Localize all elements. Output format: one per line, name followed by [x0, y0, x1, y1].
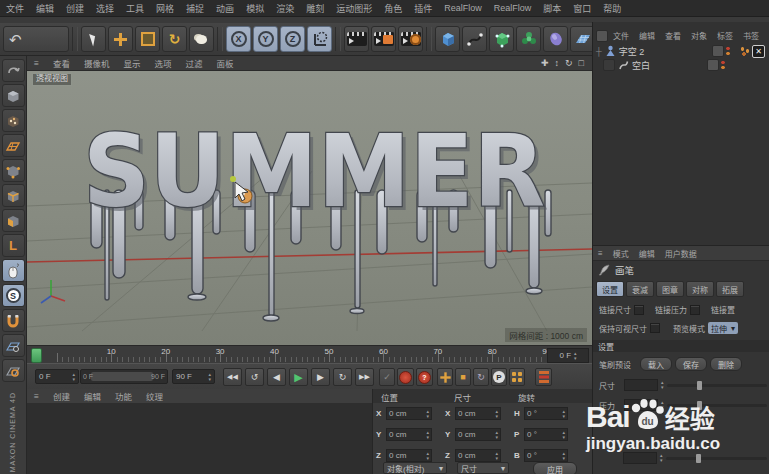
key-rotation-toggle[interactable]: ↻ — [473, 368, 489, 386]
mat-menu-item[interactable]: 纹理 — [139, 390, 170, 402]
key-pla-toggle[interactable] — [509, 368, 525, 386]
rotate-tool[interactable]: ↻ — [162, 26, 187, 52]
timeline-mode-button[interactable] — [535, 368, 552, 386]
rotation-field[interactable]: 0 °▴▾ — [524, 449, 568, 462]
menu-item[interactable]: 网格 — [150, 2, 180, 15]
keep-visual-size-checkbox[interactable] — [650, 323, 660, 333]
undo-button[interactable]: ↶ — [3, 26, 69, 52]
vp-menu-item[interactable]: 显示 — [117, 57, 148, 69]
scale-tool[interactable] — [135, 26, 160, 52]
size-slider[interactable] — [667, 384, 767, 387]
current-frame-box[interactable]: 0 F ▴▾ — [547, 348, 589, 363]
om-menu-item[interactable]: 对象 — [686, 30, 712, 41]
vp-menu-item[interactable]: 查看 — [46, 57, 77, 69]
menu-item[interactable]: 插件 — [408, 2, 438, 15]
workplane-lock-button[interactable] — [2, 334, 25, 357]
perspective-viewport[interactable]: SUMMER SUMMER ≡ 查看 摄像机 显示 选项 过滤 面板 ✚ — [27, 56, 592, 345]
go-to-start-button[interactable]: ◀◀ — [223, 368, 242, 386]
frame-stepper[interactable]: ▴▾ — [574, 351, 577, 361]
link-pressure-checkbox[interactable] — [690, 305, 700, 315]
menu-item[interactable]: 动画 — [210, 2, 240, 15]
menu-item[interactable]: 模拟 — [240, 2, 270, 15]
om-menu-item[interactable]: 标签 — [712, 30, 738, 41]
end-frame-field[interactable]: 90 F▴▾ — [172, 369, 215, 384]
size-field[interactable]: 0 cm▴▾ — [455, 449, 501, 462]
add-mograph-button[interactable] — [516, 26, 541, 52]
snap-magnet-button[interactable] — [2, 309, 25, 332]
menu-item[interactable]: 雕刻 — [300, 2, 330, 15]
record-keyframe-button[interactable] — [397, 368, 414, 386]
lock-z-axis-button[interactable]: Z — [280, 26, 305, 52]
enable-dots[interactable] — [726, 46, 730, 56]
link-size-checkbox[interactable] — [634, 305, 644, 315]
om-menu-item[interactable]: 查看 — [660, 30, 686, 41]
pressure-field[interactable] — [624, 399, 658, 411]
position-field[interactable]: 0 cm▴▾ — [386, 428, 432, 441]
lock-x-axis-button[interactable]: X — [226, 26, 251, 52]
lock-y-axis-button[interactable]: Y — [253, 26, 278, 52]
autokey-toggle[interactable]: ✓ — [379, 368, 395, 386]
attribute-tab[interactable]: 对称 — [686, 281, 714, 297]
rotation-field[interactable]: 0 °▴▾ — [524, 428, 568, 441]
key-position-toggle[interactable] — [437, 368, 453, 386]
preset-delete-button[interactable]: 删除 — [710, 357, 742, 371]
attr-menu-item[interactable]: 模式 — [608, 248, 634, 259]
attr-menu-item[interactable]: 编辑 — [634, 248, 660, 259]
extra-field[interactable] — [623, 452, 657, 464]
enable-axis-button[interactable]: L — [2, 234, 25, 257]
timeline-playhead[interactable] — [31, 348, 42, 363]
om-menu-item[interactable]: 编辑 — [634, 30, 660, 41]
attr-menu-item[interactable]: 用户数据 — [660, 248, 702, 259]
menu-item[interactable]: RealFlow — [438, 3, 488, 13]
last-used-tool[interactable] — [189, 26, 214, 52]
move-tool[interactable] — [108, 26, 133, 52]
menu-item[interactable]: 角色 — [378, 2, 408, 15]
menu-item[interactable]: 渲染 — [270, 2, 300, 15]
menu-item[interactable]: 窗口 — [567, 2, 597, 15]
enable-dots[interactable] — [721, 60, 725, 70]
maximize-icon[interactable]: □ — [579, 58, 584, 68]
vp-menu-item[interactable]: 过滤 — [179, 57, 210, 69]
range-bar[interactable] — [91, 372, 153, 381]
hamburger-icon[interactable]: ≡ — [27, 391, 46, 401]
om-menu-item[interactable]: 文件 — [608, 30, 634, 41]
apply-button[interactable]: 应用 — [533, 462, 577, 474]
key-scale-toggle[interactable]: ■ — [455, 368, 471, 386]
mat-menu-item[interactable]: 功能 — [108, 390, 139, 402]
keyframe-selection-button[interactable]: ? — [416, 368, 433, 386]
attribute-tab[interactable]: 衰减 — [626, 281, 654, 297]
snap-settings-button[interactable]: S — [2, 284, 25, 307]
frame-range-slider[interactable]: 0 F 90 F — [80, 369, 168, 384]
material-list-area[interactable] — [27, 403, 372, 474]
preset-load-button[interactable]: 载入 — [640, 357, 672, 371]
live-selection-tool[interactable] — [81, 26, 106, 52]
visibility-toggle[interactable] — [712, 45, 724, 57]
preview-mode-select[interactable]: 拉伸▾ — [708, 322, 738, 334]
model-mode-button[interactable] — [2, 84, 25, 107]
size-field[interactable]: 0 cm▴▾ — [455, 407, 501, 420]
dolly-icon[interactable]: ↕ — [555, 58, 560, 68]
start-frame-field[interactable]: 0 F▴▾ — [35, 369, 79, 384]
viewport-solo-button[interactable] — [2, 259, 25, 282]
render-picture-viewer-button[interactable] — [371, 26, 396, 52]
menu-item[interactable]: 文件 — [0, 2, 30, 15]
coord-size-select[interactable]: 尺寸▾ — [457, 462, 509, 474]
attribute-tab[interactable]: 设置 — [596, 281, 624, 297]
position-field[interactable]: 0 cm▴▾ — [386, 449, 432, 462]
hamburger-icon[interactable]: ≡ — [593, 249, 608, 258]
select-box[interactable] — [603, 59, 615, 71]
object-row[interactable]: ┼ 字空 2 ✕ — [593, 44, 769, 58]
orbit-icon[interactable]: ↻ — [565, 58, 573, 68]
menu-item[interactable]: 创建 — [60, 2, 90, 15]
object-row[interactable]: 空白 — [593, 58, 769, 72]
coord-mode-select[interactable]: 对象(相对)▾ — [383, 462, 447, 474]
xpresso-tag-icon[interactable]: ✕ — [752, 45, 765, 58]
settings-section-header[interactable]: 设置 — [593, 340, 769, 352]
texture-mode-button[interactable] — [2, 109, 25, 132]
key-parameter-toggle[interactable]: P — [491, 368, 507, 386]
menu-item[interactable]: 脚本 — [537, 2, 567, 15]
preset-save-button[interactable]: 保存 — [675, 357, 707, 371]
render-view-button[interactable] — [344, 26, 369, 52]
render-settings-button[interactable] — [398, 26, 423, 52]
polygon-mode-button[interactable] — [2, 209, 25, 232]
